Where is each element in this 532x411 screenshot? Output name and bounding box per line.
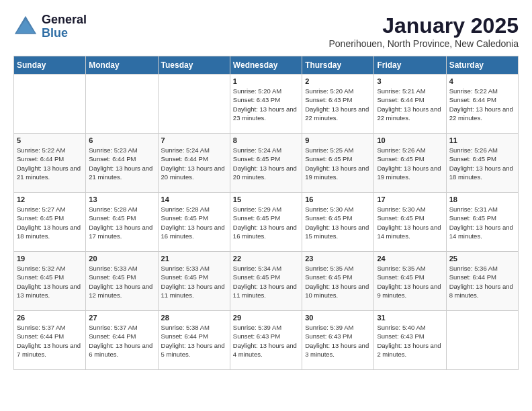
day-number: 1: [233, 77, 299, 85]
day-cell: 7Sunrise: 5:24 AMSunset: 6:44 PMDaylight…: [158, 134, 230, 193]
title-block: January 2025 Ponerihouen, North Province…: [329, 13, 519, 49]
day-cell: 19Sunrise: 5:32 AMSunset: 6:45 PMDayligh…: [14, 252, 86, 311]
day-number: 29: [233, 314, 299, 322]
day-cell: 22Sunrise: 5:34 AMSunset: 6:45 PMDayligh…: [230, 252, 302, 311]
day-cell: 30Sunrise: 5:39 AMSunset: 6:43 PMDayligh…: [302, 311, 374, 370]
calendar-table: SundayMondayTuesdayWednesdayThursdayFrid…: [13, 56, 519, 370]
day-number: 3: [377, 77, 443, 85]
day-detail: Sunrise: 5:20 AMSunset: 6:43 PMDaylight:…: [305, 87, 371, 122]
col-header-friday: Friday: [374, 56, 446, 75]
day-cell: 15Sunrise: 5:29 AMSunset: 6:45 PMDayligh…: [230, 193, 302, 252]
location-subtitle: Ponerihouen, North Province, New Caledon…: [329, 38, 519, 49]
logo-icon: [13, 15, 38, 39]
week-row-4: 19Sunrise: 5:32 AMSunset: 6:45 PMDayligh…: [14, 252, 519, 311]
day-cell: 20Sunrise: 5:33 AMSunset: 6:45 PMDayligh…: [86, 252, 158, 311]
day-cell: 14Sunrise: 5:28 AMSunset: 6:45 PMDayligh…: [158, 193, 230, 252]
day-number: 18: [449, 195, 515, 203]
day-number: 6: [89, 136, 154, 144]
day-number: 9: [305, 136, 371, 144]
week-row-3: 12Sunrise: 5:27 AMSunset: 6:45 PMDayligh…: [14, 193, 519, 252]
day-detail: Sunrise: 5:39 AMSunset: 6:43 PMDaylight:…: [305, 323, 371, 359]
day-detail: Sunrise: 5:30 AMSunset: 6:45 PMDaylight:…: [305, 205, 371, 240]
day-cell: 6Sunrise: 5:23 AMSunset: 6:44 PMDaylight…: [86, 134, 158, 193]
day-detail: Sunrise: 5:26 AMSunset: 6:45 PMDaylight:…: [449, 146, 515, 181]
day-detail: Sunrise: 5:40 AMSunset: 6:43 PMDaylight:…: [377, 323, 443, 359]
day-detail: Sunrise: 5:24 AMSunset: 6:44 PMDaylight:…: [161, 146, 227, 181]
day-cell: 11Sunrise: 5:26 AMSunset: 6:45 PMDayligh…: [446, 134, 518, 193]
day-cell: 28Sunrise: 5:38 AMSunset: 6:44 PMDayligh…: [158, 311, 230, 370]
day-detail: Sunrise: 5:37 AMSunset: 6:44 PMDaylight:…: [17, 323, 83, 359]
logo-line1: General: [42, 13, 87, 27]
day-number: 28: [161, 314, 227, 322]
day-number: 19: [17, 255, 83, 263]
day-detail: Sunrise: 5:35 AMSunset: 6:45 PMDaylight:…: [305, 264, 371, 300]
day-cell: 25Sunrise: 5:36 AMSunset: 6:44 PMDayligh…: [446, 252, 518, 311]
day-cell: 31Sunrise: 5:40 AMSunset: 6:43 PMDayligh…: [374, 311, 446, 370]
day-cell: 10Sunrise: 5:26 AMSunset: 6:45 PMDayligh…: [374, 134, 446, 193]
day-cell: 9Sunrise: 5:25 AMSunset: 6:45 PMDaylight…: [302, 134, 374, 193]
week-row-2: 5Sunrise: 5:22 AMSunset: 6:44 PMDaylight…: [14, 134, 519, 193]
day-cell: 24Sunrise: 5:35 AMSunset: 6:45 PMDayligh…: [374, 252, 446, 311]
week-row-1: 1Sunrise: 5:20 AMSunset: 6:43 PMDaylight…: [14, 75, 519, 134]
col-header-tuesday: Tuesday: [158, 56, 230, 75]
day-number: 12: [17, 195, 83, 203]
day-detail: Sunrise: 5:30 AMSunset: 6:45 PMDaylight:…: [377, 205, 443, 240]
day-number: 30: [305, 314, 371, 322]
day-cell: [446, 311, 518, 370]
day-number: 11: [449, 136, 515, 144]
day-number: 23: [305, 255, 371, 263]
day-number: 15: [233, 195, 299, 203]
day-cell: 16Sunrise: 5:30 AMSunset: 6:45 PMDayligh…: [302, 193, 374, 252]
day-cell: 1Sunrise: 5:20 AMSunset: 6:43 PMDaylight…: [230, 75, 302, 134]
day-number: 17: [377, 195, 443, 203]
logo-line2: Blue: [42, 27, 87, 40]
day-detail: Sunrise: 5:24 AMSunset: 6:45 PMDaylight:…: [233, 146, 299, 181]
page-header: General Blue January 2025 Ponerihouen, N…: [13, 13, 519, 49]
day-number: 7: [161, 136, 227, 144]
day-number: 8: [233, 136, 299, 144]
day-cell: [158, 75, 230, 134]
day-detail: Sunrise: 5:22 AMSunset: 6:44 PMDaylight:…: [449, 87, 515, 122]
day-detail: Sunrise: 5:23 AMSunset: 6:44 PMDaylight:…: [89, 146, 154, 181]
week-row-5: 26Sunrise: 5:37 AMSunset: 6:44 PMDayligh…: [14, 311, 519, 370]
header-row: SundayMondayTuesdayWednesdayThursdayFrid…: [14, 56, 519, 75]
day-detail: Sunrise: 5:38 AMSunset: 6:44 PMDaylight:…: [161, 323, 227, 359]
col-header-sunday: Sunday: [14, 56, 86, 75]
day-cell: 29Sunrise: 5:39 AMSunset: 6:43 PMDayligh…: [230, 311, 302, 370]
day-cell: 18Sunrise: 5:31 AMSunset: 6:45 PMDayligh…: [446, 193, 518, 252]
day-cell: 23Sunrise: 5:35 AMSunset: 6:45 PMDayligh…: [302, 252, 374, 311]
day-detail: Sunrise: 5:25 AMSunset: 6:45 PMDaylight:…: [305, 146, 371, 181]
day-detail: Sunrise: 5:29 AMSunset: 6:45 PMDaylight:…: [233, 205, 299, 240]
day-cell: 4Sunrise: 5:22 AMSunset: 6:44 PMDaylight…: [446, 75, 518, 134]
day-cell: [86, 75, 158, 134]
day-detail: Sunrise: 5:33 AMSunset: 6:45 PMDaylight:…: [161, 264, 227, 300]
col-header-thursday: Thursday: [302, 56, 374, 75]
day-cell: 26Sunrise: 5:37 AMSunset: 6:44 PMDayligh…: [14, 311, 86, 370]
svg-marker-1: [17, 19, 35, 33]
day-detail: Sunrise: 5:28 AMSunset: 6:45 PMDaylight:…: [89, 205, 154, 240]
day-cell: 27Sunrise: 5:37 AMSunset: 6:44 PMDayligh…: [86, 311, 158, 370]
day-number: 22: [233, 255, 299, 263]
day-number: 27: [89, 314, 154, 322]
day-cell: 13Sunrise: 5:28 AMSunset: 6:45 PMDayligh…: [86, 193, 158, 252]
day-number: 24: [377, 255, 443, 263]
day-number: 21: [161, 255, 227, 263]
day-cell: 21Sunrise: 5:33 AMSunset: 6:45 PMDayligh…: [158, 252, 230, 311]
day-number: 4: [449, 77, 515, 85]
col-header-saturday: Saturday: [446, 56, 518, 75]
day-number: 2: [305, 77, 371, 85]
day-detail: Sunrise: 5:20 AMSunset: 6:43 PMDaylight:…: [233, 87, 299, 122]
day-detail: Sunrise: 5:27 AMSunset: 6:45 PMDaylight:…: [17, 205, 83, 240]
col-header-wednesday: Wednesday: [230, 56, 302, 75]
day-cell: 8Sunrise: 5:24 AMSunset: 6:45 PMDaylight…: [230, 134, 302, 193]
day-number: 16: [305, 195, 371, 203]
day-detail: Sunrise: 5:21 AMSunset: 6:44 PMDaylight:…: [377, 87, 443, 122]
day-detail: Sunrise: 5:34 AMSunset: 6:45 PMDaylight:…: [233, 264, 299, 300]
day-cell: [14, 75, 86, 134]
day-detail: Sunrise: 5:32 AMSunset: 6:45 PMDaylight:…: [17, 264, 83, 300]
day-cell: 17Sunrise: 5:30 AMSunset: 6:45 PMDayligh…: [374, 193, 446, 252]
day-number: 31: [377, 314, 443, 322]
day-detail: Sunrise: 5:35 AMSunset: 6:45 PMDaylight:…: [377, 264, 443, 300]
day-number: 26: [17, 314, 83, 322]
day-number: 14: [161, 195, 227, 203]
